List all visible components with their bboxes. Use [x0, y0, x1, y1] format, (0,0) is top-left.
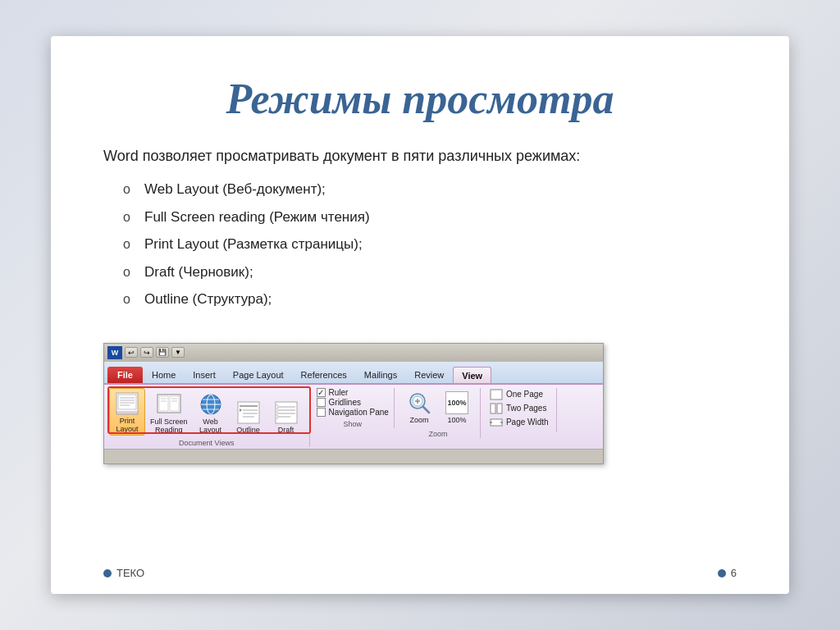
gridlines-checkbox[interactable] — [317, 398, 326, 407]
pages-buttons: One Page Two Pages — [487, 388, 551, 429]
tab-file[interactable]: File — [107, 367, 143, 383]
svg-rect-36 — [491, 390, 502, 399]
zoom-100-button[interactable]: 100% 100% — [439, 388, 475, 427]
list-item: Web Layout (Веб-документ); — [123, 179, 737, 200]
one-page-icon — [490, 389, 503, 400]
document-views-label: Document Views — [109, 437, 304, 447]
draft-button[interactable]: Draft — [268, 398, 304, 436]
nav-pane-checkbox-row[interactable]: Navigation Pane — [317, 408, 389, 417]
tab-review[interactable]: Review — [406, 367, 452, 383]
tab-home[interactable]: Home — [144, 367, 184, 383]
list-item: Outline (Структура); — [123, 289, 737, 310]
word-tabs-bar: File Home Insert Page Layout References … — [104, 362, 603, 383]
web-layout-icon — [198, 391, 224, 418]
outline-button[interactable]: Outline — [231, 398, 267, 436]
full-screen-label: Full ScreenReading — [150, 418, 188, 435]
list-item: Draft (Черновик); — [123, 262, 737, 283]
zoom-100-label: 100% — [447, 417, 466, 425]
list-item: Print Layout (Разметка страницы); — [123, 234, 737, 255]
save-button[interactable]: 💾 — [156, 347, 169, 358]
full-screen-reading-button[interactable]: Full ScreenReading — [147, 390, 191, 436]
page-width-icon — [490, 417, 503, 428]
draft-label: Draft — [278, 427, 294, 435]
tab-mailings[interactable]: Mailings — [356, 367, 405, 383]
full-screen-icon — [156, 391, 182, 418]
print-layout-label: PrintLayout — [116, 418, 138, 434]
zoom-label-group: Zoom — [401, 428, 475, 438]
show-label: Show — [317, 418, 389, 428]
zoom-svg — [407, 390, 431, 415]
slide-title: Режимы просмотра — [103, 75, 737, 122]
two-pages-button[interactable]: Two Pages — [487, 402, 551, 415]
svg-rect-25 — [276, 402, 297, 423]
web-layout-label: WebLayout — [199, 418, 221, 435]
tab-view[interactable]: View — [453, 367, 491, 383]
zoom-button[interactable]: Zoom — [401, 388, 437, 427]
gridlines-checkbox-row[interactable]: Gridlines — [317, 398, 389, 407]
print-layout-svg — [115, 391, 139, 416]
tab-insert[interactable]: Insert — [185, 367, 224, 383]
zoom-100-icon: 100% — [444, 390, 470, 416]
outline-icon — [235, 399, 262, 426]
tab-page-layout[interactable]: Page Layout — [225, 367, 292, 383]
svg-rect-1 — [118, 395, 136, 409]
print-layout-icon — [114, 390, 140, 417]
ruler-checkbox-row[interactable]: ✓ Ruler — [317, 388, 389, 397]
tab-references[interactable]: References — [293, 367, 355, 383]
nav-pane-label: Navigation Pane — [329, 408, 389, 417]
zoom-icon — [406, 390, 432, 416]
word-screenshot: W ↩ ↪ 💾 ▼ File Home Insert Page Layout R… — [103, 343, 604, 465]
outline-label: Outline — [236, 427, 260, 435]
zoom-100-display: 100% — [445, 391, 468, 414]
gridlines-label: Gridlines — [329, 398, 361, 407]
two-pages-icon — [490, 403, 503, 414]
web-layout-button[interactable]: WebLayout — [193, 390, 229, 436]
toolbar-dropdown[interactable]: ▼ — [171, 347, 185, 358]
svg-rect-38 — [497, 404, 502, 413]
svg-rect-37 — [491, 404, 495, 413]
document-views-buttons: PrintLayout — [109, 388, 304, 436]
footer-brand-dot — [103, 569, 112, 578]
zoom-group: Zoom 100% 100% Zoom — [401, 388, 481, 438]
pages-group: One Page Two Pages — [487, 388, 557, 432]
two-pages-label: Two Pages — [506, 404, 546, 413]
print-layout-button[interactable]: PrintLayout — [109, 388, 145, 436]
web-layout-svg — [199, 392, 223, 417]
full-screen-svg — [157, 392, 181, 417]
zoom-label: Zoom — [409, 417, 428, 425]
outline-svg — [236, 400, 261, 425]
svg-line-33 — [423, 407, 429, 413]
footer-page: 6 — [718, 567, 737, 579]
pages-label — [487, 431, 551, 432]
word-ribbon: PrintLayout — [104, 383, 603, 450]
footer-page-number: 6 — [731, 567, 737, 579]
one-page-label: One Page — [506, 390, 543, 399]
page-width-button[interactable]: Page Width — [487, 416, 551, 429]
svg-rect-39 — [491, 419, 502, 426]
list-item: Full Screen reading (Режим чтения) — [123, 207, 737, 228]
slide-footer: ТЕКО 6 — [103, 567, 737, 579]
svg-rect-19 — [238, 402, 259, 423]
slide: Режимы просмотра Word позволяет просматр… — [51, 36, 789, 594]
word-titlebar: W ↩ ↪ 💾 ▼ — [104, 344, 603, 362]
zoom-buttons: Zoom 100% 100% — [401, 388, 475, 427]
footer-page-dot — [718, 569, 726, 578]
draft-svg — [274, 400, 299, 425]
one-page-button[interactable]: One Page — [487, 388, 551, 401]
document-views-group: PrintLayout — [109, 388, 310, 448]
ruler-checkbox[interactable]: ✓ — [317, 388, 326, 397]
intro-text: Word позволяет просматривать документ в … — [103, 145, 737, 167]
bullet-list: Web Layout (Веб-документ); Full Screen r… — [123, 179, 737, 317]
svg-rect-6 — [116, 411, 138, 414]
undo-button[interactable]: ↩ — [125, 347, 138, 358]
word-logo-icon: W — [107, 346, 122, 359]
footer-brand-text: ТЕКО — [116, 567, 144, 579]
draft-icon — [273, 399, 299, 426]
show-items: ✓ Ruler Gridlines Navigation Pane — [317, 388, 389, 417]
footer-brand: ТЕКО — [103, 567, 144, 579]
ruler-label: Ruler — [329, 388, 349, 397]
redo-button[interactable]: ↪ — [140, 347, 153, 358]
page-width-label: Page Width — [506, 418, 549, 427]
nav-pane-checkbox[interactable] — [317, 408, 326, 417]
show-group: ✓ Ruler Gridlines Navigation Pane Show — [317, 388, 395, 428]
